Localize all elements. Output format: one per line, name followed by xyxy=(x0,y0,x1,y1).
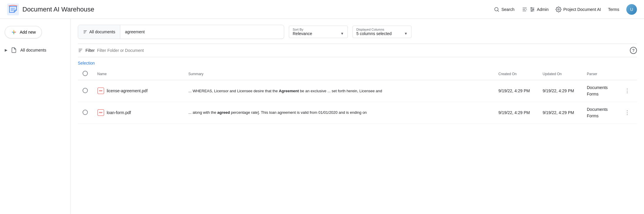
row-actions-cell: ⋮ xyxy=(617,80,637,102)
settings-icon xyxy=(556,6,561,12)
row-name-cell: PDF loan-form.pdf xyxy=(93,102,184,124)
documents-table: Name Summary Created On Updated On Parse… xyxy=(78,68,637,124)
row-checkbox[interactable] xyxy=(83,110,88,115)
admin-sliders-icon xyxy=(529,6,535,12)
pdf-file-icon: PDF xyxy=(97,109,104,116)
top-navigation: Document AI Warehouse Search Admin xyxy=(0,0,644,19)
all-documents-filter[interactable]: All documents xyxy=(78,25,120,39)
svg-point-11 xyxy=(531,7,532,8)
col-header-parser: Parser xyxy=(582,68,617,80)
row-checkbox[interactable] xyxy=(83,88,88,93)
parser-value: DocumentsForms xyxy=(587,85,608,96)
filter-input[interactable] xyxy=(97,48,627,53)
search-input[interactable] xyxy=(120,25,284,39)
summary-bold-text: Agreement xyxy=(279,89,299,93)
row-summary-cell: ... along with the agreed percentage rat… xyxy=(184,102,494,124)
col-name-label: Name xyxy=(97,72,107,76)
table-row: PDF loan-form.pdf ... along with the agr… xyxy=(78,102,637,124)
user-avatar[interactable]: U xyxy=(626,4,637,15)
displayed-columns-value-row: 5 columns selected ▼ xyxy=(356,31,408,36)
row-created-cell: 9/19/22, 4:29 PM xyxy=(494,80,538,102)
row-more-button[interactable]: ⋮ xyxy=(622,86,632,95)
document-name[interactable]: license-agreement.pdf xyxy=(107,88,148,93)
add-new-label: Add new xyxy=(20,30,36,34)
svg-point-12 xyxy=(533,9,533,10)
terms-nav-label: Terms xyxy=(608,7,619,12)
row-checkbox-cell xyxy=(78,80,93,102)
filter-label: Filter xyxy=(85,48,95,53)
updated-on-value: 9/19/22, 4:29 PM xyxy=(543,110,574,115)
logo-area: Document AI Warehouse xyxy=(7,4,494,15)
col-updated-label: Updated On xyxy=(543,72,562,76)
pdf-box: PDF xyxy=(98,109,104,116)
filter-icon xyxy=(78,48,83,53)
table-body: PDF license-agreement.pdf ... WHEREAS, L… xyxy=(78,80,637,124)
svg-line-2 xyxy=(498,10,499,11)
row-parser-cell: DocumentsForms xyxy=(582,80,617,102)
search-box: All documents xyxy=(78,25,284,39)
sort-by-value: Relevance xyxy=(293,31,312,36)
search-area: All documents Sort By Relevance ▼ Displa… xyxy=(78,25,637,39)
row-actions-cell: ⋮ xyxy=(617,102,637,124)
app-title: Document AI Warehouse xyxy=(22,6,94,13)
all-documents-label: All documents xyxy=(20,48,46,52)
row-checkbox-cell xyxy=(78,102,93,124)
col-parser-label: Parser xyxy=(587,72,597,76)
summary-text: ... along with the agreed percentage rat… xyxy=(188,110,367,115)
created-on-value: 9/19/22, 4:29 PM xyxy=(498,88,530,93)
row-updated-cell: 9/19/22, 4:29 PM xyxy=(538,102,582,124)
all-documents-filter-label: All documents xyxy=(89,29,115,34)
displayed-columns-value: 5 columns selected xyxy=(356,31,392,36)
col-created-label: Created On xyxy=(498,72,517,76)
document-name[interactable]: loan-form.pdf xyxy=(107,110,131,115)
parser-value: DocumentsForms xyxy=(587,107,608,118)
name-cell-content: PDF loan-form.pdf xyxy=(97,109,179,116)
col-header-name: Name xyxy=(93,68,184,80)
col-header-summary: Summary xyxy=(184,68,494,80)
project-nav-label: Project Document AI xyxy=(563,7,601,12)
project-nav-item[interactable]: Project Document AI xyxy=(556,6,601,12)
nav-actions: Search Admin Project Document AI xyxy=(494,4,637,15)
col-summary-label: Summary xyxy=(188,72,203,76)
col-header-actions xyxy=(617,68,637,80)
svg-point-13 xyxy=(531,10,532,11)
summary-bold-text: agreed xyxy=(217,110,230,115)
search-nav-item[interactable]: Search xyxy=(494,6,514,12)
pdf-box: PDF xyxy=(98,88,104,94)
summary-text: ... WHEREAS, Licensor and Licensee desir… xyxy=(188,89,382,93)
selection-label[interactable]: Selection xyxy=(78,61,95,65)
filter-row: Filter ? xyxy=(78,44,637,57)
sort-by-label: Sort By xyxy=(293,28,344,31)
col-header-created: Created On xyxy=(494,68,538,80)
document-icon xyxy=(11,47,17,53)
row-summary-cell: ... WHEREAS, Licensor and Licensee desir… xyxy=(184,80,494,102)
main-layout: Add new ▶ All documents All docum xyxy=(0,19,644,214)
filter-lines-icon xyxy=(83,29,88,34)
expand-icon: ▶ xyxy=(5,48,7,52)
col-header-checkbox xyxy=(78,68,93,80)
displayed-columns-label: Displayed Columns xyxy=(356,28,408,31)
name-cell-content: PDF license-agreement.pdf xyxy=(97,87,179,94)
add-new-button[interactable]: Add new xyxy=(5,26,42,38)
pdf-file-icon: PDF xyxy=(97,87,104,94)
table-header-row: Name Summary Created On Updated On Parse… xyxy=(78,68,637,80)
admin-nav-label: Admin xyxy=(537,7,549,12)
sidebar-item-all-documents[interactable]: ▶ All documents xyxy=(0,44,67,56)
help-icon[interactable]: ? xyxy=(630,47,637,54)
admin-nav-item[interactable]: Admin xyxy=(522,6,549,12)
header-checkbox[interactable] xyxy=(83,71,88,76)
created-on-value: 9/19/22, 4:29 PM xyxy=(498,110,530,115)
svg-line-7 xyxy=(526,9,527,10)
sort-by-value-row: Relevance ▼ xyxy=(293,31,344,36)
row-more-button[interactable]: ⋮ xyxy=(622,108,632,117)
table-header: Name Summary Created On Updated On Parse… xyxy=(78,68,637,80)
search-icon xyxy=(494,6,500,12)
displayed-columns-dropdown[interactable]: Displayed Columns 5 columns selected ▼ xyxy=(353,26,411,38)
terms-nav-item[interactable]: Terms xyxy=(608,7,619,12)
sort-by-dropdown[interactable]: Sort By Relevance ▼ xyxy=(289,26,348,38)
col-header-updated: Updated On xyxy=(538,68,582,80)
sort-by-dropdown-arrow: ▼ xyxy=(340,32,344,36)
svg-point-1 xyxy=(495,7,498,11)
app-logo-icon xyxy=(7,4,19,15)
updated-on-value: 9/19/22, 4:29 PM xyxy=(543,88,574,93)
